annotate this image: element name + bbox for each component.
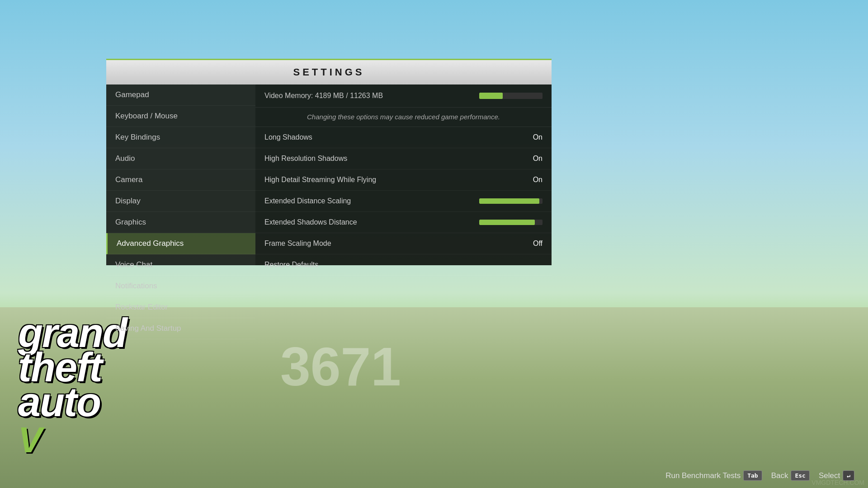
back-action[interactable]: Back Esc	[771, 470, 810, 481]
setting-row-extended-distance[interactable]: Extended Distance Scaling	[255, 191, 552, 212]
sidebar-item-voice-chat[interactable]: Voice Chat	[106, 254, 255, 276]
setting-label-extended-distance: Extended Distance Scaling	[264, 197, 479, 205]
sidebar-item-saving-startup[interactable]: Saving And Startup	[106, 318, 255, 339]
setting-bar-extended-distance	[479, 198, 542, 204]
content-panel: Video Memory: 4189 MB / 11263 MB Changin…	[255, 84, 552, 265]
back-label: Back	[771, 471, 788, 480]
setting-row-extended-shadows[interactable]: Extended Shadows Distance	[255, 212, 552, 233]
setting-row-hi-res-shadows[interactable]: High Resolution Shadows On	[255, 148, 552, 169]
warning-row: Changing these options may cause reduced…	[255, 108, 552, 127]
settings-body: Gamepad Keyboard / Mouse Key Bindings Au…	[106, 84, 552, 265]
run-benchmark-label: Run Benchmark Tests	[665, 471, 741, 480]
settings-title: SETTINGS	[293, 66, 364, 78]
bottom-bar: Run Benchmark Tests Tab Back Esc Select …	[0, 463, 868, 488]
setting-bar-extended-shadows	[479, 220, 542, 225]
video-memory-row: Video Memory: 4189 MB / 11263 MB	[255, 84, 552, 108]
street-number: 3671	[280, 335, 401, 398]
memory-bar-fill	[479, 93, 503, 99]
sidebar-item-notifications[interactable]: Notifications	[106, 276, 255, 297]
video-memory-label: Video Memory: 4189 MB / 11263 MB	[264, 92, 479, 100]
sidebar-item-audio[interactable]: Audio	[106, 148, 255, 169]
sidebar-item-key-bindings[interactable]: Key Bindings	[106, 127, 255, 148]
setting-bar-fill-extended-shadows	[479, 220, 535, 225]
setting-value-long-shadows: On	[524, 133, 542, 141]
watermark: VMGDTECH.COM	[808, 477, 868, 488]
warning-text: Changing these options may cause reduced…	[307, 113, 500, 121]
memory-bar-container	[479, 93, 542, 99]
sidebar-item-keyboard-mouse[interactable]: Keyboard / Mouse	[106, 106, 255, 127]
setting-row-hi-detail-streaming[interactable]: High Detail Streaming While Flying On	[255, 169, 552, 191]
sidebar-item-rockstar-editor[interactable]: Rockstar Editor	[106, 297, 255, 318]
sidebar: Gamepad Keyboard / Mouse Key Bindings Au…	[106, 84, 255, 265]
gta-v-icon: V	[18, 419, 42, 461]
setting-label-extended-shadows: Extended Shadows Distance	[264, 218, 479, 226]
setting-label-hi-detail-streaming: High Detail Streaming While Flying	[264, 176, 524, 184]
restore-defaults-label: Restore Defaults	[264, 261, 318, 269]
setting-label-long-shadows: Long Shadows	[264, 133, 524, 141]
run-benchmark-action[interactable]: Run Benchmark Tests Tab	[665, 470, 762, 481]
setting-row-long-shadows[interactable]: Long Shadows On	[255, 127, 552, 148]
sidebar-item-display[interactable]: Display	[106, 191, 255, 212]
sidebar-item-gamepad[interactable]: Gamepad	[106, 84, 255, 106]
setting-row-frame-scaling[interactable]: Frame Scaling Mode Off	[255, 233, 552, 254]
sidebar-item-camera[interactable]: Camera	[106, 169, 255, 191]
setting-value-hi-res-shadows: On	[524, 155, 542, 163]
setting-value-hi-detail-streaming: On	[524, 176, 542, 184]
setting-label-hi-res-shadows: High Resolution Shadows	[264, 155, 524, 163]
settings-header: SETTINGS	[106, 59, 552, 84]
run-benchmark-key: Tab	[743, 470, 762, 481]
sidebar-item-graphics[interactable]: Graphics	[106, 212, 255, 233]
setting-value-frame-scaling: Off	[524, 239, 542, 248]
setting-label-frame-scaling: Frame Scaling Mode	[264, 239, 524, 248]
restore-defaults-row[interactable]: Restore Defaults	[255, 254, 552, 276]
sidebar-item-advanced-graphics[interactable]: Advanced Graphics	[106, 233, 255, 254]
back-key: Esc	[791, 470, 809, 481]
settings-modal: SETTINGS Gamepad Keyboard / Mouse Key Bi…	[106, 59, 552, 265]
setting-bar-fill-extended-distance	[479, 198, 539, 204]
